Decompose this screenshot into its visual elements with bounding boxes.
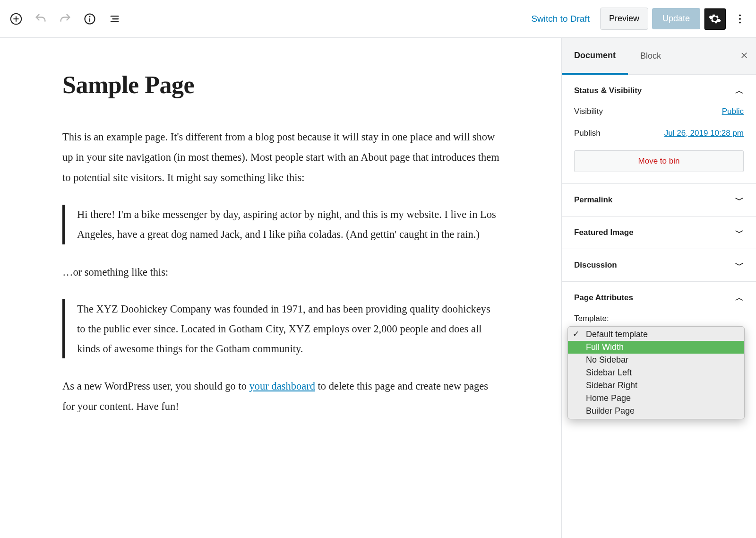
quote-block[interactable]: The XYZ Doohickey Company was founded in… <box>62 299 500 358</box>
visibility-value-link[interactable]: Public <box>722 107 744 116</box>
quote-text[interactable]: The XYZ Doohickey Company was founded in… <box>77 299 500 358</box>
toolbar-left <box>6 9 125 29</box>
chevron-down-icon: ﹀ <box>735 227 744 238</box>
panel-title: Page Attributes <box>574 293 633 303</box>
redo-button[interactable] <box>55 9 76 29</box>
publish-row: Publish Jul 26, 2019 10:28 pm <box>574 129 744 138</box>
chevron-down-icon: ﹀ <box>735 194 744 206</box>
quote-block[interactable]: Hi there! I'm a bike messenger by day, a… <box>62 205 500 244</box>
template-label: Template: <box>574 314 744 323</box>
template-option[interactable]: Home Page <box>568 392 744 405</box>
tab-document[interactable]: Document <box>562 38 628 75</box>
template-dropdown[interactable]: ✓Default templateFull WidthNo SidebarSid… <box>567 326 745 419</box>
close-sidebar-button[interactable] <box>740 50 748 62</box>
option-label: Sidebar Right <box>586 381 637 390</box>
update-button: Update <box>652 8 700 29</box>
plus-circle-icon <box>9 12 23 26</box>
template-option[interactable]: Full Width <box>568 341 744 354</box>
option-label: Home Page <box>586 393 631 403</box>
close-icon <box>740 51 748 60</box>
template-option[interactable]: ✓Default template <box>568 327 744 341</box>
undo-icon <box>34 12 47 26</box>
panel-title: Discussion <box>574 260 617 270</box>
panel-header-page-attributes[interactable]: Page Attributes ︿ <box>562 282 756 314</box>
editor-canvas[interactable]: Sample Page This is an example page. It'… <box>0 38 561 538</box>
panel-header-status[interactable]: Status & Visibility ︿ <box>562 75 756 107</box>
outline-icon <box>108 12 121 26</box>
gear-icon <box>708 12 722 26</box>
check-icon: ✓ <box>573 329 579 339</box>
option-label: Builder Page <box>586 406 635 416</box>
panel-permalink: Permalink ﹀ <box>562 184 756 217</box>
panel-title: Permalink <box>574 195 612 205</box>
panel-title: Status & Visibility <box>574 86 642 95</box>
paragraph-block[interactable]: …or something like this: <box>62 262 500 283</box>
editor-toolbar: Switch to Draft Preview Update <box>0 0 756 38</box>
sidebar-tabs: Document Block <box>562 38 756 75</box>
add-block-button[interactable] <box>6 9 26 29</box>
option-label: Full Width <box>586 342 624 352</box>
undo-button[interactable] <box>30 9 51 29</box>
chevron-up-icon: ︿ <box>735 292 744 304</box>
panel-header-featured-image[interactable]: Featured Image ﹀ <box>562 217 756 249</box>
editor-main: Sample Page This is an example page. It'… <box>0 38 756 538</box>
svg-point-9 <box>739 14 741 16</box>
redo-icon <box>59 12 72 26</box>
chevron-up-icon: ︿ <box>735 85 744 96</box>
publish-label: Publish <box>574 129 601 138</box>
preview-button[interactable]: Preview <box>600 8 648 30</box>
template-option[interactable]: Sidebar Left <box>568 366 744 379</box>
panel-body-page-attributes: Template: ✓Default templateFull WidthNo … <box>562 314 756 323</box>
more-vertical-icon <box>734 13 746 25</box>
paragraph-block[interactable]: As a new WordPress user, you should go t… <box>62 376 500 417</box>
content-info-button[interactable] <box>79 9 100 29</box>
toolbar-right: Switch to Draft Preview Update <box>524 8 750 30</box>
move-to-bin-button[interactable]: Move to bin <box>574 150 744 172</box>
svg-point-4 <box>89 16 91 17</box>
visibility-label: Visibility <box>574 107 603 116</box>
option-label: No Sidebar <box>586 355 628 364</box>
post-title[interactable]: Sample Page <box>62 71 500 99</box>
publish-value-link[interactable]: Jul 26, 2019 10:28 pm <box>664 129 744 138</box>
visibility-row: Visibility Public <box>574 107 744 116</box>
svg-point-10 <box>739 18 741 20</box>
panel-body-status: Visibility Public Publish Jul 26, 2019 1… <box>562 107 756 183</box>
panel-status-visibility: Status & Visibility ︿ Visibility Public … <box>562 75 756 184</box>
text-segment: As a new WordPress user, you should go t… <box>62 380 249 392</box>
template-option[interactable]: Sidebar Right <box>568 379 744 392</box>
more-tools-button[interactable] <box>730 9 750 29</box>
tab-block[interactable]: Block <box>628 38 673 74</box>
paragraph-block[interactable]: This is an example page. It's different … <box>62 127 500 188</box>
template-option[interactable]: No Sidebar <box>568 354 744 366</box>
svg-point-11 <box>739 21 741 23</box>
quote-text[interactable]: Hi there! I'm a bike messenger by day, a… <box>77 205 500 244</box>
panel-page-attributes: Page Attributes ︿ Template: ✓Default tem… <box>562 282 756 323</box>
settings-toggle-button[interactable] <box>704 8 726 30</box>
panel-header-permalink[interactable]: Permalink ﹀ <box>562 184 756 216</box>
chevron-down-icon: ﹀ <box>735 260 744 271</box>
option-label: Sidebar Left <box>586 368 632 377</box>
dashboard-link[interactable]: your dashboard <box>249 380 315 392</box>
info-icon <box>83 12 96 26</box>
template-option[interactable]: Builder Page <box>568 405 744 419</box>
settings-sidebar: Document Block Status & Visibility ︿ Vis… <box>561 38 756 538</box>
switch-to-draft-link[interactable]: Switch to Draft <box>524 9 596 29</box>
panel-discussion: Discussion ﹀ <box>562 249 756 282</box>
panel-header-discussion[interactable]: Discussion ﹀ <box>562 249 756 281</box>
panel-title: Featured Image <box>574 228 634 237</box>
block-navigation-button[interactable] <box>104 9 125 29</box>
panel-featured-image: Featured Image ﹀ <box>562 217 756 249</box>
option-label: Default template <box>586 330 648 339</box>
